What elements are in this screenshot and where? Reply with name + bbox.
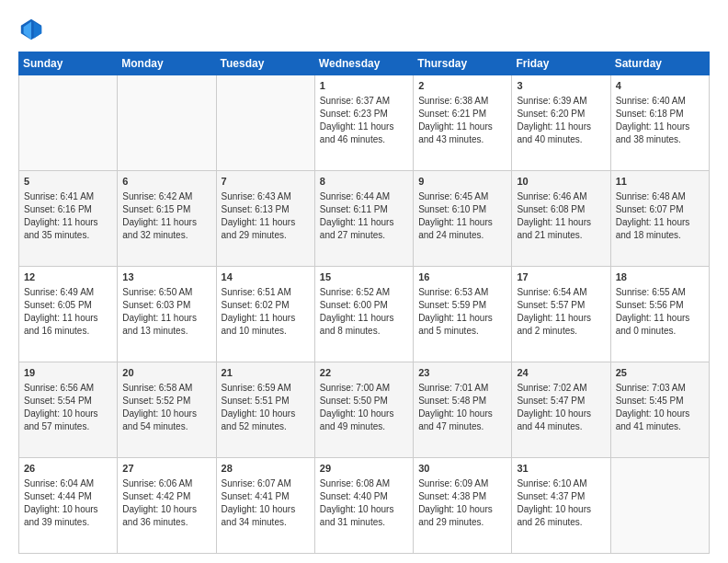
daylight-text: Daylight: 11 hours and 5 minutes. (418, 312, 506, 338)
calendar-cell: 4Sunrise: 6:40 AMSunset: 6:18 PMDaylight… (610, 75, 709, 171)
weekday-header: Sunday (19, 52, 118, 75)
calendar-week-row: 19Sunrise: 6:56 AMSunset: 5:54 PMDayligh… (19, 362, 710, 458)
day-number: 19 (24, 366, 112, 380)
calendar-cell: 21Sunrise: 6:59 AMSunset: 5:51 PMDayligh… (216, 362, 314, 458)
daylight-text: Daylight: 10 hours and 57 minutes. (24, 408, 112, 433)
calendar-cell (216, 75, 314, 171)
calendar: SundayMondayTuesdayWednesdayThursdayFrid… (18, 52, 710, 554)
sunrise-text: Sunrise: 6:10 AM (517, 477, 605, 490)
daylight-text: Daylight: 11 hours and 32 minutes. (122, 216, 210, 242)
calendar-cell: 2Sunrise: 6:38 AMSunset: 6:21 PMDaylight… (414, 75, 512, 171)
weekday-header: Monday (118, 52, 216, 75)
day-number: 17 (517, 270, 605, 284)
sunset-text: Sunset: 6:23 PM (320, 108, 408, 121)
sunset-text: Sunset: 6:15 PM (122, 203, 210, 216)
calendar-cell: 29Sunrise: 6:08 AMSunset: 4:40 PMDayligh… (314, 458, 413, 554)
calendar-cell: 28Sunrise: 6:07 AMSunset: 4:41 PMDayligh… (216, 458, 314, 554)
sunset-text: Sunset: 6:18 PM (616, 108, 704, 121)
sunset-text: Sunset: 6:07 PM (616, 203, 704, 216)
calendar-cell (118, 75, 216, 171)
sunrise-text: Sunrise: 6:49 AM (24, 286, 112, 299)
daylight-text: Daylight: 11 hours and 27 minutes. (320, 216, 408, 242)
calendar-header-row: SundayMondayTuesdayWednesdayThursdayFrid… (19, 52, 710, 75)
sunset-text: Sunset: 4:44 PM (24, 490, 112, 503)
daylight-text: Daylight: 11 hours and 2 minutes. (517, 312, 605, 338)
sunrise-text: Sunrise: 6:06 AM (122, 477, 210, 490)
daylight-text: Daylight: 10 hours and 44 minutes. (517, 408, 605, 433)
sunset-text: Sunset: 5:51 PM (222, 395, 310, 408)
daylight-text: Daylight: 11 hours and 16 minutes. (24, 312, 112, 338)
daylight-text: Daylight: 11 hours and 10 minutes. (222, 312, 310, 338)
day-number: 8 (320, 175, 408, 189)
sunrise-text: Sunrise: 7:02 AM (517, 382, 605, 395)
sunset-text: Sunset: 6:13 PM (222, 203, 310, 216)
calendar-cell: 9Sunrise: 6:45 AMSunset: 6:10 PMDaylight… (414, 171, 512, 267)
calendar-cell: 31Sunrise: 6:10 AMSunset: 4:37 PMDayligh… (512, 458, 610, 554)
day-number: 30 (418, 462, 506, 476)
day-number: 25 (616, 366, 704, 380)
sunrise-text: Sunrise: 6:54 AM (517, 286, 605, 299)
calendar-cell (610, 458, 709, 554)
sunrise-text: Sunrise: 6:41 AM (24, 190, 112, 203)
sunset-text: Sunset: 4:40 PM (320, 490, 408, 503)
sunrise-text: Sunrise: 6:08 AM (320, 477, 408, 490)
day-number: 31 (517, 462, 605, 476)
calendar-week-row: 5Sunrise: 6:41 AMSunset: 6:16 PMDaylight… (19, 171, 710, 267)
daylight-text: Daylight: 10 hours and 49 minutes. (320, 408, 408, 433)
day-number: 29 (320, 462, 408, 476)
weekday-header: Saturday (610, 52, 709, 75)
sunset-text: Sunset: 6:10 PM (418, 203, 506, 216)
calendar-cell: 3Sunrise: 6:39 AMSunset: 6:20 PMDaylight… (512, 75, 610, 171)
weekday-header: Thursday (414, 52, 512, 75)
daylight-text: Daylight: 11 hours and 8 minutes. (320, 312, 408, 338)
daylight-text: Daylight: 10 hours and 41 minutes. (616, 408, 704, 433)
day-number: 2 (418, 79, 506, 93)
sunrise-text: Sunrise: 6:09 AM (418, 477, 506, 490)
sunrise-text: Sunrise: 6:37 AM (320, 95, 408, 108)
weekday-header: Tuesday (216, 52, 314, 75)
sunset-text: Sunset: 5:47 PM (517, 395, 605, 408)
calendar-cell: 1Sunrise: 6:37 AMSunset: 6:23 PMDaylight… (314, 75, 413, 171)
daylight-text: Daylight: 11 hours and 35 minutes. (24, 216, 112, 242)
sunset-text: Sunset: 6:02 PM (222, 299, 310, 312)
calendar-cell: 7Sunrise: 6:43 AMSunset: 6:13 PMDaylight… (216, 171, 314, 267)
sunset-text: Sunset: 6:05 PM (24, 299, 112, 312)
daylight-text: Daylight: 11 hours and 18 minutes. (616, 216, 704, 242)
day-number: 24 (517, 366, 605, 380)
sunrise-text: Sunrise: 6:53 AM (418, 286, 506, 299)
sunset-text: Sunset: 6:16 PM (24, 203, 112, 216)
sunset-text: Sunset: 6:00 PM (320, 299, 408, 312)
day-number: 23 (418, 366, 506, 380)
day-number: 14 (222, 270, 310, 284)
daylight-text: Daylight: 10 hours and 54 minutes. (122, 408, 210, 433)
day-number: 10 (517, 175, 605, 189)
daylight-text: Daylight: 11 hours and 21 minutes. (517, 216, 605, 242)
calendar-week-row: 12Sunrise: 6:49 AMSunset: 6:05 PMDayligh… (19, 267, 710, 362)
calendar-cell: 6Sunrise: 6:42 AMSunset: 6:15 PMDaylight… (118, 171, 216, 267)
calendar-cell: 12Sunrise: 6:49 AMSunset: 6:05 PMDayligh… (19, 267, 118, 362)
calendar-cell: 30Sunrise: 6:09 AMSunset: 4:38 PMDayligh… (414, 458, 512, 554)
calendar-cell: 13Sunrise: 6:50 AMSunset: 6:03 PMDayligh… (118, 267, 216, 362)
sunrise-text: Sunrise: 6:56 AM (24, 382, 112, 395)
day-number: 6 (122, 175, 210, 189)
sunrise-text: Sunrise: 6:46 AM (517, 190, 605, 203)
daylight-text: Daylight: 10 hours and 26 minutes. (517, 503, 605, 529)
sunset-text: Sunset: 6:08 PM (517, 203, 605, 216)
sunset-text: Sunset: 6:21 PM (418, 108, 506, 121)
day-number: 4 (616, 79, 704, 93)
sunset-text: Sunset: 6:20 PM (517, 108, 605, 121)
sunrise-text: Sunrise: 6:39 AM (517, 95, 605, 108)
sunrise-text: Sunrise: 6:42 AM (122, 190, 210, 203)
sunrise-text: Sunrise: 7:01 AM (418, 382, 506, 395)
calendar-cell: 10Sunrise: 6:46 AMSunset: 6:08 PMDayligh… (512, 171, 610, 267)
daylight-text: Daylight: 11 hours and 29 minutes. (222, 216, 310, 242)
day-number: 7 (222, 175, 310, 189)
daylight-text: Daylight: 11 hours and 24 minutes. (418, 216, 506, 242)
calendar-cell: 15Sunrise: 6:52 AMSunset: 6:00 PMDayligh… (314, 267, 413, 362)
sunset-text: Sunset: 5:59 PM (418, 299, 506, 312)
sunrise-text: Sunrise: 6:04 AM (24, 477, 112, 490)
calendar-cell: 14Sunrise: 6:51 AMSunset: 6:02 PMDayligh… (216, 267, 314, 362)
daylight-text: Daylight: 11 hours and 13 minutes. (122, 312, 210, 338)
calendar-cell: 19Sunrise: 6:56 AMSunset: 5:54 PMDayligh… (19, 362, 118, 458)
sunset-text: Sunset: 5:45 PM (616, 395, 704, 408)
